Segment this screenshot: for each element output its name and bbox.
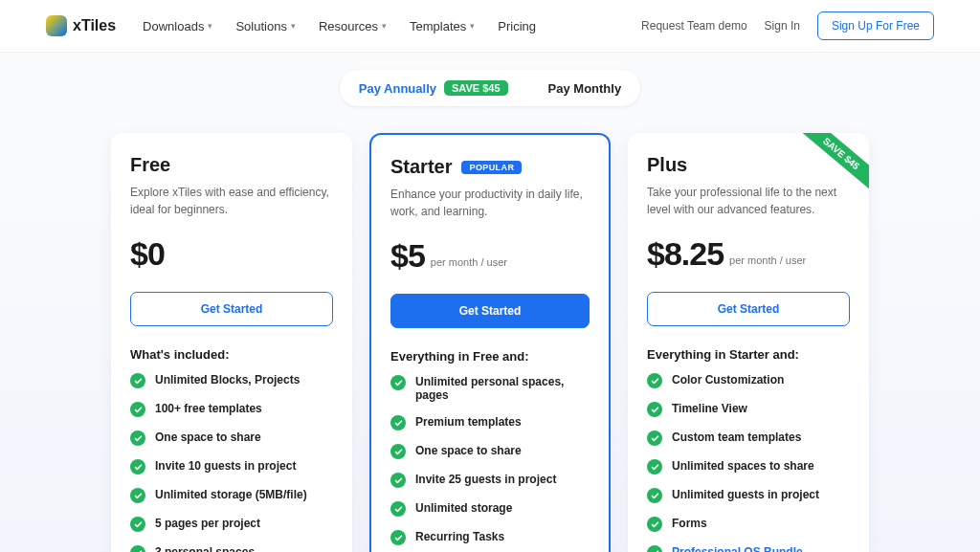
nav-label: Templates [410, 19, 466, 33]
feature-row: 100+ free templates [130, 402, 333, 417]
plan-description: Enhance your productivity in daily life,… [390, 186, 590, 220]
feature-text: Unlimited storage (5MB/file) [155, 488, 307, 501]
feature-row: Unlimited spaces to share [647, 459, 850, 475]
plan-description: Explore xTiles with ease and efficiency,… [130, 184, 333, 218]
check-icon [647, 373, 662, 388]
toggle-monthly-label: Pay Monthly [548, 81, 622, 96]
toggle-annually[interactable]: Pay Annually SAVE $45 [344, 74, 523, 102]
check-icon [130, 517, 145, 532]
feature-text: One space to share [155, 431, 261, 444]
toggle-annually-label: Pay Annually [359, 81, 436, 96]
feature-text: Invite 10 guests in project [155, 459, 296, 473]
chevron-down-icon: ▾ [470, 21, 475, 31]
price-row: $5per month / user [390, 237, 590, 275]
check-icon [130, 459, 145, 475]
feature-text: Unlimited personal spaces, pages [415, 375, 590, 402]
feature-row: Invite 10 guests in project [130, 459, 333, 475]
check-icon [647, 459, 662, 475]
get-started-button[interactable]: Get Started [390, 294, 590, 328]
feature-text: Color Customization [672, 373, 784, 386]
get-started-button[interactable]: Get Started [647, 292, 850, 326]
billing-toggle-row: Pay Annually SAVE $45 Pay Monthly [0, 70, 980, 106]
toggle-monthly[interactable]: Pay Monthly [533, 75, 637, 102]
check-icon [647, 488, 662, 503]
feature-text: 5 pages per project [155, 517, 260, 530]
brand-name: xTiles [73, 17, 116, 34]
nav-item-pricing[interactable]: Pricing [498, 19, 536, 33]
feature-text: Unlimited spaces to share [672, 459, 814, 473]
nav-label: Downloads [143, 19, 204, 33]
feature-row: Color Customization [647, 373, 850, 388]
check-icon [390, 415, 406, 431]
logo-icon [46, 15, 67, 36]
feature-row: Invite 25 guests in project [390, 473, 590, 488]
feature-text: Unlimited Blocks, Projects [155, 373, 300, 386]
feature-row: One space to share [130, 431, 333, 446]
price-value: $0 [130, 235, 165, 273]
feature-text: 3 personal spaces [155, 545, 255, 552]
nav-item-resources[interactable]: Resources▾ [319, 19, 387, 33]
nav-item-solutions[interactable]: Solutions▾ [235, 19, 295, 33]
price-row: $8.25per month / user [647, 235, 850, 273]
check-icon [130, 402, 145, 417]
included-title: Everything in Starter and: [647, 347, 850, 362]
feature-text: Recurring Tasks [415, 530, 504, 543]
price-period: per month / user [729, 254, 806, 273]
chevron-down-icon: ▾ [382, 21, 387, 31]
check-icon [390, 375, 406, 390]
feature-text: Invite 25 guests in project [415, 473, 556, 486]
check-icon [130, 545, 145, 552]
nav-item-downloads[interactable]: Downloads▾ [143, 19, 212, 33]
feature-row: 3 personal spaces [130, 545, 333, 552]
feature-text: 100+ free templates [155, 402, 262, 415]
feature-row: Unlimited storage (5MB/file) [130, 488, 333, 503]
feature-row: Unlimited personal spaces, pages [390, 375, 590, 402]
feature-text: Unlimited guests in project [672, 488, 819, 501]
chevron-down-icon: ▾ [208, 21, 212, 31]
plan-card-free: FreeExplore xTiles with ease and efficie… [111, 133, 352, 552]
plan-description: Take your professional life to the next … [647, 184, 850, 218]
plan-name-text: Free [130, 154, 170, 176]
check-icon [130, 431, 145, 446]
popular-badge: POPULAR [461, 161, 522, 174]
header: xTiles Downloads▾Solutions▾Resources▾Tem… [0, 0, 980, 53]
included-title: What's included: [130, 347, 333, 362]
feature-row: Unlimited storage [390, 501, 590, 517]
plan-name: Plus [647, 154, 850, 176]
price-row: $0 [130, 235, 333, 273]
feature-row: Unlimited Blocks, Projects [130, 373, 333, 388]
plan-card-starter: StarterPOPULAREnhance your productivity … [369, 133, 611, 552]
pricing-plans: FreeExplore xTiles with ease and efficie… [0, 106, 980, 552]
sign-in-link[interactable]: Sign In [765, 19, 800, 33]
feature-row: Custom team templates [647, 431, 850, 446]
sign-up-button[interactable]: Sign Up For Free [817, 11, 934, 40]
get-started-button[interactable]: Get Started [130, 292, 333, 326]
main-nav: Downloads▾Solutions▾Resources▾Templates▾… [143, 19, 536, 33]
feature-row: Premium templates [390, 415, 590, 431]
check-icon [390, 444, 406, 459]
request-demo-link[interactable]: Request Team demo [641, 19, 747, 33]
price-value: $5 [390, 237, 425, 275]
feature-text: Unlimited storage [415, 501, 512, 515]
feature-text: Forms [672, 517, 707, 530]
plan-name: Free [130, 154, 333, 176]
check-icon [647, 517, 662, 532]
check-icon [647, 431, 662, 446]
billing-toggle: Pay Annually SAVE $45 Pay Monthly [340, 70, 640, 106]
nav-label: Pricing [498, 19, 536, 33]
feature-text: Premium templates [415, 415, 522, 429]
check-icon [390, 530, 406, 545]
check-icon [390, 501, 406, 517]
logo[interactable]: xTiles [46, 15, 116, 36]
feature-row: One space to share [390, 444, 590, 459]
nav-item-templates[interactable]: Templates▾ [410, 19, 475, 33]
feature-text: Timeline View [672, 402, 747, 415]
nav-label: Solutions [235, 19, 286, 33]
feature-row[interactable]: Professional OS Bundle [647, 545, 850, 552]
feature-row: Forms [647, 517, 850, 532]
feature-text: One space to share [415, 444, 522, 457]
feature-row: Unlimited guests in project [647, 488, 850, 503]
header-right: Request Team demo Sign In Sign Up For Fr… [641, 11, 934, 40]
nav-label: Resources [319, 19, 378, 33]
plan-name-text: Plus [647, 154, 687, 176]
